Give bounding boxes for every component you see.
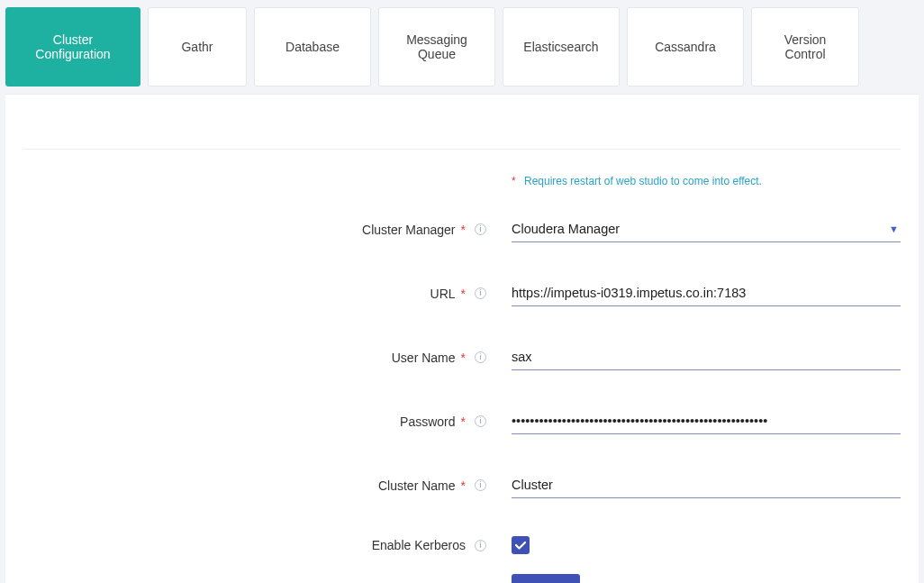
url-input[interactable]	[512, 280, 901, 306]
tab-messaging-queue[interactable]: Messaging Queue	[378, 7, 495, 87]
required-star-icon: *	[461, 351, 466, 365]
row-cluster-name: Cluster Name * i	[23, 472, 901, 498]
info-icon[interactable]: i	[475, 415, 486, 427]
tab-version-control[interactable]: Version Control	[751, 7, 859, 87]
info-icon[interactable]: i	[475, 223, 486, 235]
label-text-cluster-manager: Cluster Manager	[362, 223, 456, 237]
tab-elasticsearch[interactable]: Elasticsearch	[503, 7, 620, 87]
row-url: URL * i	[23, 280, 901, 306]
label-text-url: URL	[430, 287, 456, 301]
enable-kerberos-checkbox[interactable]	[512, 536, 530, 554]
required-star-icon: *	[461, 478, 466, 493]
tab-gathr[interactable]: Gathr	[148, 7, 247, 87]
label-user-name: User Name * i	[23, 351, 492, 365]
info-icon[interactable]: i	[475, 351, 486, 363]
label-text-user-name: User Name	[392, 351, 456, 365]
info-icon[interactable]: i	[475, 287, 486, 299]
restart-note-text: Requires restart of web studio to come i…	[524, 175, 762, 187]
tab-database[interactable]: Database	[254, 7, 371, 87]
panel-divider	[23, 149, 901, 150]
label-enable-kerberos: Enable Kerberos i	[23, 538, 492, 552]
required-star-icon: *	[461, 287, 466, 301]
cluster-manager-select[interactable]: Cloudera Manager	[512, 216, 901, 242]
label-text-password: Password	[400, 414, 455, 429]
label-password: Password * i	[23, 414, 492, 429]
required-star-icon: *	[461, 223, 466, 237]
row-user-name: User Name * i	[23, 344, 901, 370]
label-url: URL * i	[23, 287, 492, 301]
info-icon[interactable]: i	[475, 540, 486, 551]
row-password: Password * i	[23, 408, 901, 434]
cluster-name-input[interactable]	[512, 472, 901, 498]
tab-cassandra[interactable]: Cassandra	[627, 7, 744, 87]
user-name-input[interactable]	[512, 344, 901, 370]
tab-cluster-configuration[interactable]: Cluster Configuration	[5, 7, 140, 87]
info-icon[interactable]: i	[475, 479, 486, 491]
required-star-icon: *	[461, 414, 466, 429]
row-enable-kerberos: Enable Kerberos i	[23, 536, 901, 554]
label-text-enable-kerberos: Enable Kerberos	[372, 538, 466, 552]
config-panel: * Requires restart of web studio to come…	[5, 94, 919, 583]
restart-note: * Requires restart of web studio to come…	[512, 175, 901, 187]
row-cluster-manager: Cluster Manager * i Cloudera Manager ▼	[23, 216, 901, 242]
password-input[interactable]	[512, 408, 901, 434]
label-text-cluster-name: Cluster Name	[378, 478, 456, 493]
label-cluster-manager: Cluster Manager * i	[23, 223, 492, 237]
checkmark-icon	[514, 539, 527, 551]
config-tabs: Cluster Configuration Gathr Database Mes…	[0, 0, 924, 94]
save-button[interactable]: SAVE	[512, 574, 580, 583]
required-star-icon: *	[512, 175, 516, 187]
label-cluster-name: Cluster Name * i	[23, 478, 492, 493]
save-row: SAVE	[512, 574, 901, 583]
